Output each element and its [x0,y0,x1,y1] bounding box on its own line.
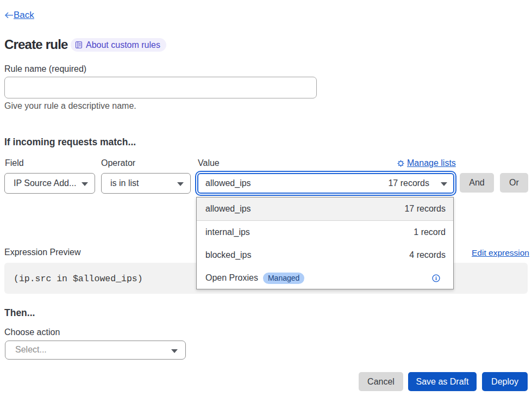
svg-text:i: i [435,275,437,281]
